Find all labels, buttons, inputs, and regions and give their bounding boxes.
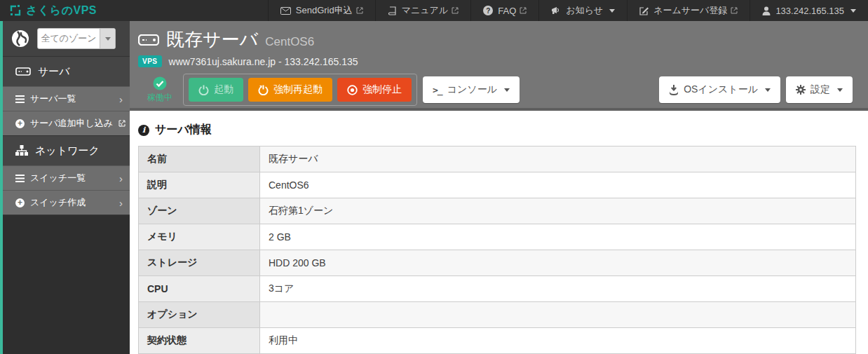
server-icon bbox=[138, 34, 159, 46]
sidebar-item-switch-create[interactable]: + スイッチ作成 › bbox=[3, 190, 130, 215]
table-row: ゾーン 石狩第1ゾーン bbox=[139, 198, 856, 224]
status-badge: 稼働中 bbox=[147, 92, 172, 104]
section-title: サーバ情報 bbox=[155, 123, 212, 137]
start-button-label: 起動 bbox=[214, 83, 233, 96]
topnav-manual[interactable]: マニュアル bbox=[375, 0, 471, 21]
list-icon bbox=[15, 175, 25, 182]
topnav-label: ネームサーバ登録 bbox=[653, 4, 727, 17]
topnav-label: FAQ bbox=[498, 6, 516, 16]
table-row: 契約状態 利用中 bbox=[139, 328, 856, 354]
row-label: 契約状態 bbox=[139, 328, 260, 354]
chevron-down-icon bbox=[609, 9, 615, 13]
sidebar: 全てのゾーン サーバ サーバ一覧 › + サーバ追加申し込み › bbox=[0, 21, 130, 354]
sakura-logo-icon bbox=[9, 4, 22, 17]
sidebar-section-label: ネットワーク bbox=[35, 144, 100, 158]
sidebar-section-network: ネットワーク bbox=[3, 135, 130, 165]
server-hostname: www7361uj.sakura.ne.jp - 133.242.165.135 bbox=[169, 56, 358, 67]
topnav-menu: SendGrid申込 マニュアル ? FAQ お知らせ bbox=[268, 0, 868, 21]
user-icon bbox=[762, 6, 771, 15]
table-row: 名前 既存サーバ bbox=[139, 147, 856, 172]
server-info-panel: i サーバ情報 名前 既存サーバ 説明 CentOS6 ゾーン 石狩第1ゾーン bbox=[130, 111, 868, 354]
row-label: ゾーン bbox=[139, 198, 260, 224]
settings-button[interactable]: 設定 bbox=[786, 76, 853, 103]
external-link-icon bbox=[731, 7, 738, 14]
server-info-table: 名前 既存サーバ 説明 CentOS6 ゾーン 石狩第1ゾーン メモリ 2 GB bbox=[138, 146, 856, 354]
sidebar-item-label: サーバ一覧 bbox=[30, 93, 76, 105]
sidebar-item-server-add[interactable]: + サーバ追加申し込み › bbox=[3, 111, 130, 135]
server-header: 既存サーバ CentOS6 VPS www7361uj.sakura.ne.jp… bbox=[130, 21, 868, 111]
table-row: メモリ 2 GB bbox=[139, 224, 856, 250]
row-label: メモリ bbox=[139, 224, 260, 250]
topnav-faq[interactable]: ? FAQ bbox=[470, 0, 538, 21]
external-link-icon bbox=[452, 7, 459, 14]
gear-icon bbox=[796, 85, 806, 95]
logo-text: さくらのVPS bbox=[26, 4, 97, 18]
topnav-account[interactable]: 133.242.165.135 bbox=[750, 0, 868, 21]
install-icon bbox=[669, 85, 679, 95]
row-value: 3コア bbox=[260, 276, 856, 302]
table-row: CPU 3コア bbox=[139, 276, 856, 302]
vps-badge: VPS bbox=[138, 55, 162, 67]
globe-icon bbox=[11, 29, 29, 48]
terminal-icon: >_ bbox=[433, 85, 442, 95]
topnav-sendgrid[interactable]: SendGrid申込 bbox=[268, 0, 375, 21]
force-restart-button[interactable]: 強制再起動 bbox=[248, 78, 332, 102]
settings-button-label: 設定 bbox=[811, 83, 830, 96]
sidebar-filler bbox=[3, 215, 130, 354]
power-icon bbox=[198, 85, 209, 95]
chevron-down-icon bbox=[765, 88, 771, 92]
force-stop-button[interactable]: 強制停止 bbox=[337, 78, 412, 102]
info-icon: i bbox=[138, 125, 149, 136]
row-label: オプション bbox=[139, 302, 260, 328]
book-icon bbox=[388, 6, 397, 15]
sakura-vps-logo[interactable]: さくらのVPS bbox=[0, 0, 97, 21]
envelope-icon bbox=[280, 7, 291, 15]
row-value: CentOS6 bbox=[260, 172, 856, 198]
row-label: CPU bbox=[139, 276, 260, 302]
page-title: 既存サーバ bbox=[166, 27, 258, 52]
power-button-group: 起動 強制再起動 強制停止 bbox=[183, 74, 417, 106]
sidebar-item-label: サーバ追加申し込み bbox=[30, 117, 113, 130]
plus-circle-icon: + bbox=[15, 119, 25, 128]
topnav-news[interactable]: お知らせ bbox=[538, 0, 627, 21]
row-value: 既存サーバ bbox=[260, 147, 856, 172]
row-value: 利用中 bbox=[260, 328, 856, 354]
row-label: ストレージ bbox=[139, 250, 260, 276]
row-value bbox=[260, 302, 856, 328]
plus-circle-icon: + bbox=[15, 198, 25, 207]
zone-select-value: 全てのゾーン bbox=[38, 29, 100, 48]
sidebar-item-server-list[interactable]: サーバ一覧 › bbox=[3, 86, 130, 111]
question-icon: ? bbox=[483, 6, 493, 15]
zone-select-arrow bbox=[100, 29, 115, 48]
top-navigation-bar: さくらのVPS SendGrid申込 マニュアル ? FAQ bbox=[0, 0, 868, 21]
restart-icon bbox=[258, 85, 269, 95]
sidebar-item-label: スイッチ一覧 bbox=[30, 172, 86, 184]
chevron-right-icon: › bbox=[119, 118, 123, 129]
chevron-down-icon bbox=[504, 88, 510, 92]
row-value: HDD 200 GB bbox=[260, 250, 856, 276]
os-install-button[interactable]: OSインストール bbox=[659, 76, 780, 103]
table-row: オプション bbox=[139, 302, 856, 328]
row-value: 石狩第1ゾーン bbox=[260, 198, 856, 224]
zone-select[interactable]: 全てのゾーン bbox=[37, 28, 116, 49]
console-button-label: コンソール bbox=[447, 83, 497, 96]
chevron-down-icon bbox=[105, 37, 111, 41]
chevron-right-icon: › bbox=[119, 173, 123, 184]
topnav-label: 133.242.165.135 bbox=[775, 6, 844, 16]
sidebar-item-switch-list[interactable]: スイッチ一覧 › bbox=[3, 165, 130, 190]
list-icon bbox=[15, 95, 25, 103]
external-link-icon bbox=[356, 7, 363, 14]
topnav-label: マニュアル bbox=[402, 4, 449, 17]
console-button[interactable]: >_ コンソール bbox=[423, 76, 520, 103]
row-label: 説明 bbox=[139, 172, 260, 198]
external-link-icon bbox=[520, 7, 527, 14]
status-indicator: 稼働中 bbox=[138, 76, 182, 104]
row-label: 名前 bbox=[139, 147, 260, 172]
force-restart-button-label: 強制再起動 bbox=[273, 83, 323, 96]
start-button[interactable]: 起動 bbox=[189, 78, 243, 102]
topnav-label: お知らせ bbox=[566, 4, 603, 17]
topnav-nameserver[interactable]: ネームサーバ登録 bbox=[627, 0, 750, 21]
megaphone-icon bbox=[551, 6, 561, 15]
force-stop-button-label: 強制停止 bbox=[362, 83, 402, 96]
chevron-right-icon: › bbox=[119, 94, 123, 104]
